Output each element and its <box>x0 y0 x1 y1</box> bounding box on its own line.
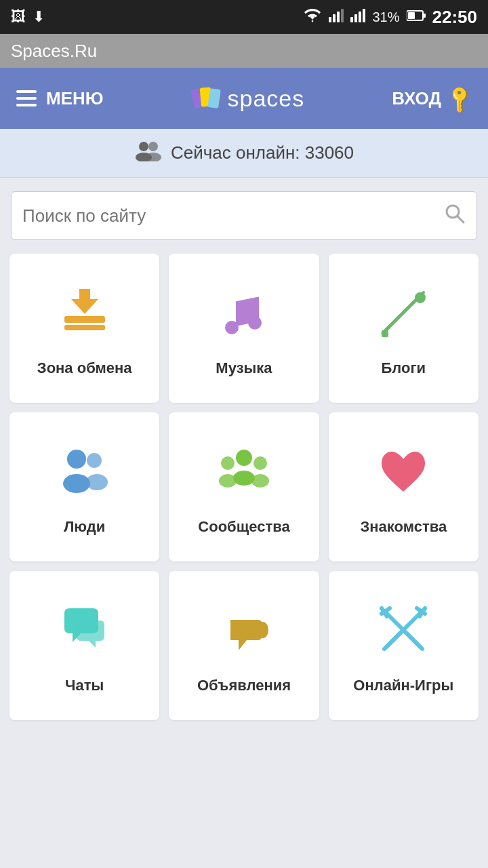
hamburger-icon <box>16 90 37 106</box>
card-lyudi[interactable]: Люди <box>9 412 159 561</box>
chat-icon <box>58 603 112 665</box>
battery-icon <box>407 8 426 26</box>
svg-rect-9 <box>408 12 415 19</box>
signal-icon <box>329 7 344 26</box>
blog-icon <box>376 285 430 347</box>
download-status-icon: ⬇ <box>33 8 45 26</box>
svg-point-36 <box>236 450 252 466</box>
card-label-blogi: Блоги <box>382 359 426 377</box>
card-soobshchestva[interactable]: Сообщества <box>169 412 319 561</box>
wifi-icon <box>303 7 322 26</box>
grid-section: Зона обмена Музыка Блоги <box>0 254 488 730</box>
svg-point-41 <box>251 474 269 488</box>
card-label-zona-obmena: Зона обмена <box>37 359 132 377</box>
key-icon: 🔑 <box>443 82 476 115</box>
login-button[interactable]: ВХОД 🔑 <box>392 87 472 110</box>
svg-point-14 <box>139 142 148 151</box>
status-bar: 🖼 ⬇ 3 <box>0 0 488 34</box>
page-title: Spaces.Ru <box>11 41 97 62</box>
navbar: МЕНЮ spaces ВХОД 🔑 <box>0 68 488 129</box>
svg-rect-3 <box>341 9 344 22</box>
card-chaty[interactable]: Чаты <box>9 571 159 720</box>
svg-rect-7 <box>363 9 365 22</box>
card-label-znakomstva: Знакомства <box>361 518 447 536</box>
search-wrapper[interactable] <box>11 191 477 240</box>
svg-point-32 <box>67 450 86 469</box>
svg-line-19 <box>458 216 464 222</box>
search-input[interactable] <box>22 205 444 226</box>
svg-point-23 <box>225 321 239 334</box>
svg-rect-6 <box>359 12 361 22</box>
svg-point-15 <box>148 142 158 151</box>
battery-percent: 31% <box>372 9 399 25</box>
card-obyavleniya[interactable]: Объявления <box>169 571 319 720</box>
community-icon <box>217 444 271 506</box>
login-label: ВХОД <box>392 88 441 109</box>
svg-rect-1 <box>333 14 336 22</box>
music-icon <box>217 285 271 347</box>
online-banner: Сейчас онлайн: 33060 <box>0 129 488 178</box>
download-icon <box>58 285 112 347</box>
title-bar: Spaces.Ru <box>0 34 488 68</box>
card-label-soobshchestva: Сообщества <box>198 518 289 536</box>
search-icon[interactable] <box>444 203 466 229</box>
menu-label: МЕНЮ <box>46 88 104 109</box>
card-znakomstva[interactable]: Знакомства <box>329 412 479 561</box>
svg-point-38 <box>221 456 235 470</box>
svg-point-34 <box>87 453 102 468</box>
spaces-logo-icon <box>191 83 221 113</box>
card-igry[interactable]: Онлайн-Игры <box>329 571 479 720</box>
svg-point-40 <box>253 456 267 470</box>
ads-icon <box>217 603 271 665</box>
svg-rect-21 <box>64 325 105 330</box>
svg-rect-10 <box>423 14 426 18</box>
image-icon: 🖼 <box>11 8 26 26</box>
card-label-lyudi: Люди <box>64 518 105 536</box>
card-blogi[interactable]: Блоги <box>329 254 479 403</box>
card-label-chaty: Чаты <box>65 677 104 694</box>
signal2-icon <box>350 7 365 26</box>
svg-point-42 <box>258 622 268 638</box>
svg-marker-22 <box>71 289 98 314</box>
navbar-logo[interactable]: spaces <box>191 83 305 113</box>
status-time: 22:50 <box>432 7 478 28</box>
svg-rect-5 <box>354 14 357 22</box>
card-label-igry: Онлайн-Игры <box>353 677 453 694</box>
svg-rect-4 <box>350 17 353 22</box>
card-zona-obmena[interactable]: Зона обмена <box>9 254 159 403</box>
online-users-icon <box>134 140 161 167</box>
svg-point-39 <box>219 474 237 488</box>
search-section <box>0 178 488 254</box>
svg-point-24 <box>248 316 262 330</box>
svg-rect-0 <box>329 17 331 22</box>
svg-point-29 <box>415 292 426 303</box>
svg-rect-2 <box>337 12 340 22</box>
logo-text: spaces <box>228 85 305 112</box>
svg-rect-31 <box>382 330 388 337</box>
card-label-obyavleniya: Объявления <box>197 677 291 694</box>
card-label-muzyka: Музыка <box>216 359 272 377</box>
people-icon <box>58 444 112 506</box>
menu-button[interactable]: МЕНЮ <box>16 88 104 109</box>
card-muzyka[interactable]: Музыка <box>169 254 319 403</box>
svg-point-37 <box>233 471 255 486</box>
dating-icon <box>376 444 430 506</box>
online-text: Сейчас онлайн: 33060 <box>171 142 354 163</box>
svg-point-35 <box>86 474 108 490</box>
svg-point-33 <box>63 474 90 493</box>
svg-rect-20 <box>64 316 105 323</box>
svg-line-26 <box>386 302 413 330</box>
games-icon <box>376 603 430 665</box>
